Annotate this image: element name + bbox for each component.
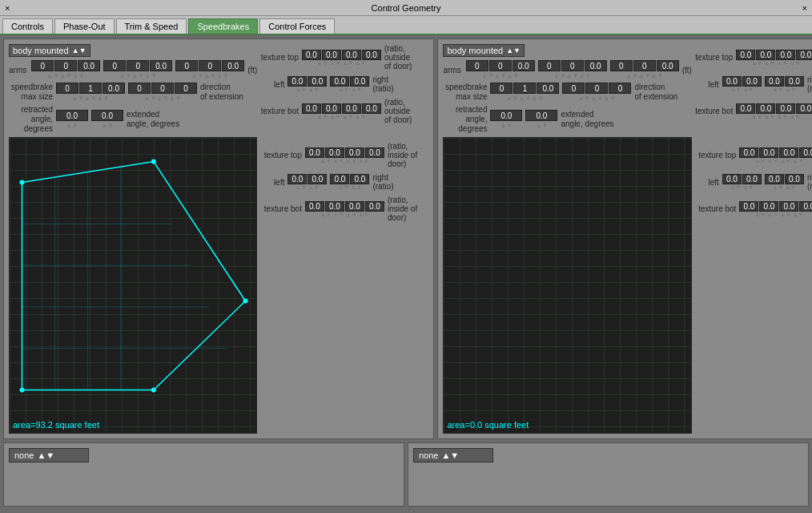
tex-top-in-2[interactable]: 0.0 (325, 147, 344, 158)
title-bar-right-close[interactable]: × (802, 3, 807, 13)
extended-val[interactable]: 0.0 (91, 110, 123, 121)
retracted-val[interactable]: 0.0 (56, 110, 88, 121)
tex-bot-r-4[interactable]: 0.0 (796, 103, 812, 114)
right-in-r-1[interactable]: 0.0 (765, 174, 784, 184)
tex-bot-1[interactable]: 0.0 (302, 103, 321, 114)
spd-4[interactable]: 0 (128, 83, 151, 94)
tex-bot-4[interactable]: 0.0 (362, 103, 381, 114)
spd-r-1[interactable]: 0 (490, 83, 513, 94)
right-in-2[interactable]: 0.0 (350, 174, 369, 184)
tex-bot-in-r-1[interactable]: 0.0 (739, 201, 758, 212)
arms-r-1-1[interactable]: 0 (466, 60, 488, 71)
tex-top-1[interactable]: 0.0 (302, 50, 321, 60)
right-2[interactable]: 0.0 (350, 76, 369, 87)
spd-3[interactable]: 0.0 (103, 83, 125, 94)
tex-top-in-r-2[interactable]: 0.0 (759, 147, 778, 158)
panel-right-right-textures: texture top 0.0 0.0 0.0 0.0 ▲▼▲▼▲▼▲▼ (ra… (695, 44, 812, 434)
arms-r-1-3[interactable]: 0.0 (513, 60, 535, 71)
left-2[interactable]: 0.0 (308, 76, 327, 87)
tab-speedbrakes[interactable]: Speedbrakes (188, 18, 258, 34)
spd-r-5[interactable]: 0 (585, 83, 608, 94)
none-dropdown-left[interactable]: none ▲▼ (9, 448, 89, 463)
arms-2-3[interactable]: 0.0 (150, 60, 172, 71)
tex-top-in-r-4[interactable]: 0.0 (799, 147, 812, 158)
left-r-1[interactable]: 0.0 (722, 76, 742, 87)
tex-bot-group-r: 0.0 0.0 0.0 0.0 ▲▼▲▼▲▼▲▼ (736, 103, 812, 119)
tex-top-3[interactable]: 0.0 (342, 50, 361, 60)
tex-bot-2[interactable]: 0.0 (322, 103, 341, 114)
body-mounted-dropdown-right[interactable]: body mounted ▲▼ (443, 44, 525, 57)
tex-bot-in-1[interactable]: 0.0 (305, 201, 324, 212)
arms-r-3-2[interactable]: 0 (633, 60, 656, 71)
spd-5[interactable]: 0 (151, 83, 174, 94)
arms-3-2[interactable]: 0 (199, 60, 221, 71)
tex-top-in-4[interactable]: 0.0 (365, 147, 384, 158)
tex-bot-group: 0.0 0.0 0.0 0.0 ▲▼ ▲▼ ▲▼ ▲▼ (302, 103, 381, 119)
arms-r-2-2[interactable]: 0 (561, 60, 584, 71)
tex-bot-r-2[interactable]: 0.0 (756, 103, 775, 114)
arms-r-3-1[interactable]: 0 (610, 60, 633, 71)
arms-1-3[interactable]: 0.0 (78, 60, 100, 71)
spd-r-4[interactable]: 0 (562, 83, 585, 94)
arms-3-1[interactable]: 0 (175, 60, 198, 71)
spd-r-2[interactable]: 1 (513, 83, 536, 94)
tab-control-forces[interactable]: Control Forces (259, 18, 335, 34)
left-in-2[interactable]: 0.0 (308, 174, 327, 184)
arms-3-3[interactable]: 0.0 (222, 60, 244, 71)
tex-bot-3[interactable]: 0.0 (342, 103, 361, 114)
spd-r-3[interactable]: 0.0 (537, 83, 559, 94)
tex-bot-in-r-3[interactable]: 0.0 (779, 201, 798, 212)
spd-1[interactable]: 0 (56, 83, 78, 94)
tab-phase-out[interactable]: Phase-Out (54, 18, 115, 34)
tex-bot-r-1[interactable]: 0.0 (736, 103, 755, 114)
left-1[interactable]: 0.0 (287, 76, 307, 87)
left-in-r-2[interactable]: 0.0 (742, 174, 762, 184)
right-1[interactable]: 0.0 (330, 76, 349, 87)
arms-r-3-3[interactable]: 0.0 (657, 60, 679, 71)
tex-bot-in-r-4[interactable]: 0.0 (799, 201, 812, 212)
tex-top-in-r-3[interactable]: 0.0 (779, 147, 798, 158)
right-r-1[interactable]: 0.0 (765, 76, 784, 87)
tex-top-2[interactable]: 0.0 (322, 50, 341, 60)
arms-1-1[interactable]: 0 (31, 60, 54, 71)
left-in-1[interactable]: 0.0 (287, 174, 307, 184)
right-in-1[interactable]: 0.0 (330, 174, 349, 184)
tex-top-in-r-1[interactable]: 0.0 (739, 147, 758, 158)
left-in-r-1[interactable]: 0.0 (722, 174, 742, 184)
tab-controls[interactable]: Controls (2, 18, 53, 34)
arms-1-2[interactable]: 0 (54, 60, 77, 71)
spd-6[interactable]: 0 (175, 83, 197, 94)
tex-top-r-1[interactable]: 0.0 (736, 50, 755, 60)
right-in-r-2[interactable]: 0.0 (785, 174, 804, 184)
extended-r-val[interactable]: 0.0 (525, 110, 557, 121)
tex-top-in-1[interactable]: 0.0 (305, 147, 324, 158)
tex-bot-in-r-2[interactable]: 0.0 (759, 201, 778, 212)
tex-top-r-2[interactable]: 0.0 (756, 50, 775, 60)
retracted-r-val[interactable]: 0.0 (490, 110, 522, 121)
tex-top-r-4[interactable]: 0.0 (796, 50, 812, 60)
tex-top-r-3[interactable]: 0.0 (776, 50, 795, 60)
arms-2-2[interactable]: 0 (127, 60, 149, 71)
dropdown-arrow-bl: ▲▼ (37, 450, 54, 460)
tex-bot-r-3[interactable]: 0.0 (776, 103, 795, 114)
body-mounted-dropdown-left[interactable]: body mounted ▲▼ (9, 44, 90, 57)
tab-trim-speed[interactable]: Trim & Speed (116, 18, 187, 34)
tex-bot-in-4[interactable]: 0.0 (365, 201, 384, 212)
arms-r-1-2[interactable]: 0 (489, 60, 512, 71)
tex-top-inside-group: 0.0 0.0 0.0 0.0 ▲▼ ▲▼ ▲▼ ▲▼ (305, 147, 384, 164)
arms-2-1[interactable]: 0 (103, 60, 126, 71)
tex-top-4[interactable]: 0.0 (362, 50, 381, 60)
right-r-2[interactable]: 0.0 (785, 76, 804, 87)
tex-bot-in-2[interactable]: 0.0 (325, 201, 344, 212)
extended-label-right: extendedangle, degrees (561, 110, 613, 129)
speedbrake-label: speedbrakemax size (9, 83, 53, 102)
spd-2[interactable]: 1 (79, 83, 102, 94)
spd-r-6[interactable]: 0 (609, 83, 631, 94)
arms-r-2-3[interactable]: 0.0 (585, 60, 607, 71)
arms-r-2-1[interactable]: 0 (538, 60, 561, 71)
tex-bot-in-3[interactable]: 0.0 (345, 201, 364, 212)
none-dropdown-right[interactable]: none ▲▼ (413, 448, 493, 463)
tex-top-in-3[interactable]: 0.0 (345, 147, 364, 158)
left-right-outside-row-r: left 0.0 0.0 ▲▼▲▼ 0.0 0.0 (703, 75, 812, 93)
left-r-2[interactable]: 0.0 (742, 76, 762, 87)
